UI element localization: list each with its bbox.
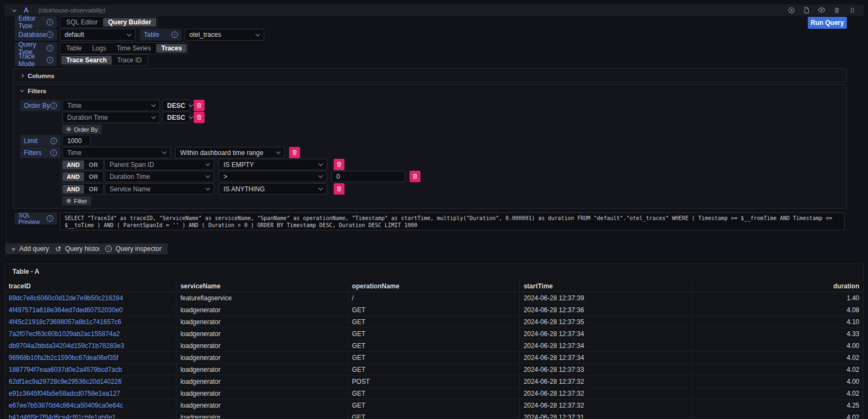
remove-filter-button[interactable] — [410, 171, 420, 182]
order-by-direction-select[interactable]: DESC — [162, 100, 190, 111]
start-time-cell: 2024-06-28 12:37:33 — [520, 364, 691, 375]
conjunction-and[interactable]: AND — [62, 172, 84, 181]
filter-operator-select[interactable]: IS EMPTY — [219, 159, 327, 170]
duration-cell: 4.33 — [692, 328, 863, 339]
editor-type-sql-editor[interactable]: SQL Editor — [61, 18, 103, 27]
start-time-cell: 2024-06-28 12:37:32 — [520, 388, 691, 399]
trace-id-link[interactable]: 4f45c21918c73698057a8b1c741657c6 — [5, 316, 176, 327]
trace-mode-trace-search[interactable]: Trace Search — [61, 56, 112, 65]
column-header-starttime[interactable]: startTime — [520, 280, 691, 292]
trace-id-link[interactable]: e67ee7b53870d4c864ca50409ca0e64c — [5, 399, 176, 411]
limit-input[interactable]: 1000 — [62, 135, 91, 146]
trace-mode-trace-id[interactable]: Trace ID — [112, 56, 147, 65]
query-type-radio-group: Table Logs Time Series Traces — [60, 42, 188, 54]
query-row-header[interactable]: A (clickhouse-observability) — [4, 4, 864, 16]
service-name-cell: loadgenerator — [176, 376, 348, 387]
chevron-down-icon — [151, 102, 156, 107]
panel-title[interactable]: Table - A — [12, 268, 39, 275]
remove-filter-button[interactable] — [289, 147, 300, 158]
filters-section-title[interactable]: Filters — [28, 88, 47, 94]
conjunction-or[interactable]: OR — [85, 185, 103, 194]
collapse-chevron-icon[interactable] — [12, 8, 16, 12]
column-header-duration[interactable]: duration — [692, 280, 863, 292]
trash-icon[interactable] — [833, 6, 841, 14]
filter-field-select[interactable]: Parent Span ID — [105, 159, 214, 170]
column-header-traceid[interactable]: traceID — [5, 280, 176, 292]
remove-order-by-button[interactable] — [194, 100, 205, 111]
drag-handle-icon[interactable] — [848, 6, 856, 14]
order-by-direction-select[interactable]: DESC — [162, 112, 190, 123]
query-inspector-button[interactable]: i Query inspector — [99, 243, 168, 254]
trace-id-link[interactable]: 1887794f7eaa6037d0e2a4579bcd7acb — [5, 364, 176, 375]
remove-filter-button[interactable] — [334, 183, 344, 195]
add-filter-button[interactable]: ⊕ Filter — [62, 196, 91, 205]
trace-id-link[interactable]: 96968b10fa2b2c1590bc67dea06ef35f — [5, 352, 176, 363]
chevron-down-icon — [206, 173, 210, 178]
editor-type-label: Editor Type i — [15, 16, 57, 28]
editor-type-query-builder[interactable]: Query Builder — [103, 18, 156, 27]
filter-operator-select[interactable]: > — [219, 171, 327, 182]
filter-field-select[interactable]: Duration Time — [105, 171, 214, 182]
chevron-down-icon — [318, 162, 323, 166]
conjunction-or[interactable]: OR — [85, 172, 103, 181]
info-icon: i — [50, 102, 57, 109]
info-icon: i — [47, 31, 53, 38]
trace-id-link[interactable]: 7a2f07ecf63c60b1029ab2ac155874a2 — [5, 328, 176, 339]
info-icon: i — [50, 150, 57, 156]
order-by-field-select[interactable]: Time — [62, 100, 160, 111]
eye-icon[interactable] — [818, 6, 826, 14]
conjunction-and[interactable]: AND — [62, 185, 84, 194]
table-row-clipped: b41d46f9c7f94d6ce4cf81cbfe1ab8e1 loadgen… — [5, 411, 863, 419]
editor-type-radio-group: SQL Editor Query Builder — [60, 16, 158, 28]
filter-value-input[interactable]: 0 — [331, 171, 405, 182]
service-name-cell: featureflagservice — [176, 292, 348, 304]
operation-name-cell: GET — [348, 328, 520, 339]
table-panel: Table - A traceID serviceName operationN… — [4, 263, 864, 419]
grafana-query-editor: A (clickhouse-observability) Run Query E… — [0, 0, 868, 419]
query-type-table[interactable]: Table — [61, 44, 87, 53]
plus-circle-icon: ⊕ — [66, 126, 71, 132]
operation-name-cell: GET — [348, 352, 520, 363]
filter-field-select[interactable]: Time — [62, 147, 171, 158]
add-query-button[interactable]: + Add query — [5, 243, 55, 254]
column-header-servicename[interactable]: serviceName — [176, 280, 348, 292]
duration-cell: 4.02 — [692, 352, 863, 363]
trace-id-link[interactable]: 62df1ec9a29728c9e29536c20d140226 — [5, 376, 176, 387]
operation-name-cell: GET — [348, 411, 520, 419]
conjunction-or[interactable]: OR — [85, 160, 103, 169]
filter-condition-select[interactable]: Within dashboard time range — [175, 147, 285, 158]
table-select[interactable]: otel_traces — [184, 29, 264, 41]
chevron-down-icon — [206, 186, 210, 190]
query-type-time-series[interactable]: Time Series — [112, 44, 156, 53]
column-header-operationname[interactable]: operationName — [348, 280, 520, 292]
filter-field-select[interactable]: Service Name — [105, 183, 214, 195]
conjunction-and[interactable]: AND — [62, 160, 84, 169]
plus-circle-icon: ⊕ — [66, 198, 71, 204]
trace-id-link[interactable]: e91c3645f04fa5e58adcd0758e1ea127 — [5, 388, 176, 399]
database-label: Database i — [15, 29, 57, 41]
start-time-cell: 2024-06-28 12:37:35 — [520, 316, 691, 327]
trace-id-link[interactable]: db9704a2bbda34204d159c71b78283e3 — [5, 340, 176, 351]
add-order-by-button[interactable]: ⊕ Order By — [62, 125, 101, 134]
columns-section[interactable]: Columns — [13, 68, 847, 82]
record-circle-icon[interactable] — [787, 6, 795, 14]
run-query-button[interactable]: Run Query — [808, 17, 847, 29]
start-time-cell: 2024-06-28 12:37:39 — [520, 292, 691, 304]
service-name-cell: loadgenerator — [176, 399, 348, 411]
conjunction-toggle: AND OR — [61, 183, 104, 195]
database-select[interactable]: default — [60, 29, 136, 41]
order-by-field-select[interactable]: Duration Time — [62, 112, 160, 123]
trace-id-link[interactable]: b41d46f9c7f94d6ce4cf81cbfe1ab8e1 — [5, 411, 176, 419]
remove-filter-button[interactable] — [334, 159, 344, 170]
remove-order-by-button[interactable] — [194, 112, 205, 123]
trace-mode-label: Trace Mode i — [15, 54, 57, 66]
duplicate-document-icon[interactable] — [802, 6, 810, 14]
query-type-traces[interactable]: Traces — [156, 44, 187, 53]
trace-id-link[interactable]: 4f497571a618e364ed7ded60752030e0 — [5, 304, 176, 315]
trace-id-link[interactable]: 89dc7e8c6060c0d12de7e9b50c216284 — [5, 292, 176, 304]
start-time-cell: 2024-06-28 12:37:32 — [520, 399, 691, 411]
chevron-down-icon[interactable] — [20, 88, 24, 92]
chevron-down-icon — [189, 102, 193, 107]
query-type-logs[interactable]: Logs — [87, 44, 111, 53]
filter-operator-select[interactable]: IS ANYTHING — [219, 183, 327, 195]
